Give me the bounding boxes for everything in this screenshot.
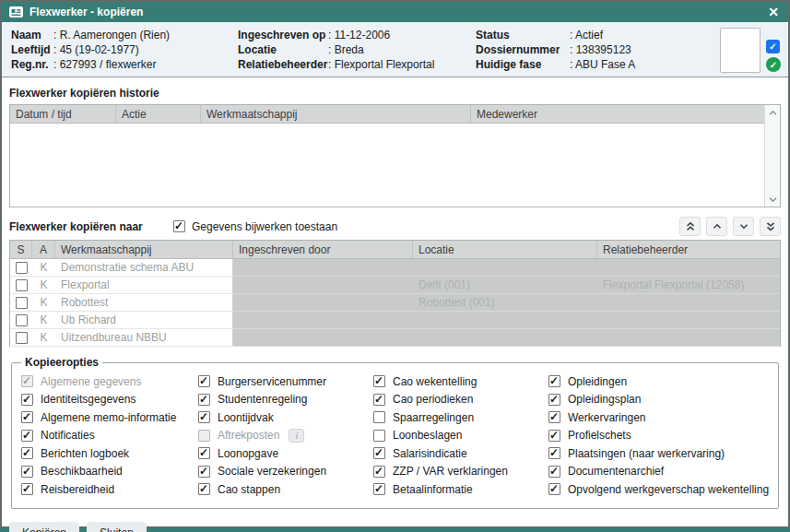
close-icon[interactable]: ✕ (766, 6, 781, 18)
naam-label: Naam (11, 28, 53, 42)
optie-checkbox[interactable] (198, 411, 210, 423)
row-ingeschreven-door (233, 259, 413, 277)
titlebar: Flexwerker - kopiëren ✕ (2, 2, 788, 22)
table-row: K Flexportal Delft (001) Flexportal Flex… (10, 277, 780, 294)
optie-zzp-var-verklaringen[interactable]: ZZP / VAR verklaringen (373, 463, 548, 481)
optie-documentenarchief[interactable]: Documentenarchief (548, 463, 769, 481)
row-ingeschreven-door (233, 312, 413, 329)
optie-checkbox[interactable] (21, 430, 33, 442)
optie-checkbox[interactable] (198, 466, 210, 478)
optie-notificaties[interactable]: Notificaties (21, 427, 198, 445)
leeftijd-value: : 45 (19-02-1977) (53, 42, 139, 57)
naar-table: S A Werkmaatschappij Ingeschreven door L… (9, 240, 781, 347)
optie-loontijdvak[interactable]: Loontijdvak (198, 408, 373, 427)
optie-checkbox[interactable] (21, 411, 33, 423)
optie-opleidingsplan[interactable]: Opleidingsplan (548, 391, 769, 409)
optie-checkbox[interactable] (373, 411, 385, 423)
move-down-button[interactable] (733, 217, 754, 236)
historie-col-medewerker[interactable]: Medewerker (471, 105, 764, 123)
kopieren-button[interactable]: Kopiëren (9, 522, 79, 532)
row-select-checkbox[interactable] (16, 279, 28, 291)
status-label: Status (476, 28, 570, 42)
naar-col-relatiebeheerder[interactable]: Relatiebeheerder (597, 241, 780, 258)
optie-checkbox[interactable] (21, 483, 33, 495)
naar-col-ingeschreven-door[interactable]: Ingeschreven door (233, 241, 413, 258)
optie-checkbox[interactable] (548, 447, 560, 459)
row-werkmaatschappij: Demonstratie schema ABU (55, 259, 233, 277)
historie-col-werkmaatschappij[interactable]: Werkmaatschappij (201, 105, 471, 123)
ingeschreven-op-value: : 11-12-2006 (328, 28, 390, 42)
optie-checkbox[interactable] (548, 466, 560, 478)
optie-betaalinformatie[interactable]: Betaalinformatie (373, 480, 548, 499)
row-a-flag: K (32, 277, 55, 294)
scroll-up-icon[interactable] (765, 105, 780, 120)
optie-loonbeslagen[interactable]: Loonbeslagen (373, 427, 548, 445)
optie-opleidingen[interactable]: Opleidingen (548, 372, 769, 391)
naar-col-locatie[interactable]: Locatie (413, 241, 597, 258)
optie-checkbox[interactable] (373, 483, 385, 495)
optie-checkbox[interactable] (21, 447, 33, 459)
optie-cao-stappen[interactable]: Cao stappen (198, 480, 373, 499)
move-up-button[interactable] (706, 217, 727, 236)
optie-identiteitsgegevens[interactable]: Identiteitsgegevens (21, 391, 198, 409)
row-select-checkbox[interactable] (16, 297, 28, 309)
row-select-checkbox[interactable] (16, 262, 28, 274)
naar-table-header: S A Werkmaatschappij Ingeschreven door L… (10, 241, 780, 259)
optie-burgerservicenummer[interactable]: Burgerservicenummer (198, 372, 373, 391)
optie-plaatsingen-naar-werkervaring[interactable]: Plaatsingen (naar werkervaring) (548, 444, 769, 463)
optie-checkbox[interactable] (373, 375, 385, 387)
naar-section-title: Flexwerker kopiëren naar (9, 220, 173, 233)
optie-checkbox[interactable] (21, 466, 33, 478)
optie-cao-wekentelling[interactable]: Cao wekentelling (373, 372, 548, 391)
optie-checkbox[interactable] (198, 375, 210, 387)
status-flags: ✓ ✓ (766, 27, 781, 73)
gegevens-bijwerken-option[interactable]: Gegevens bijwerken toestaan (173, 220, 337, 233)
optie-salarisindicatie[interactable]: Salarisindicatie (373, 444, 548, 463)
optie-checkbox[interactable] (548, 430, 560, 442)
optie-checkbox[interactable] (198, 447, 210, 459)
optie-checkbox[interactable] (21, 394, 33, 406)
optie-beschikbaarheid[interactable]: Beschikbaarheid (21, 463, 198, 481)
blue-checkbox-flag[interactable]: ✓ (766, 40, 780, 53)
optie-cao-periodieken[interactable]: Cao periodieken (373, 391, 548, 409)
optie-sociale-verzekeringen[interactable]: Sociale verzekeringen (198, 463, 373, 481)
info-icon[interactable]: i (289, 429, 304, 443)
row-select-checkbox[interactable] (16, 332, 28, 344)
kopieeropties-legend: Kopieeropties (21, 356, 102, 369)
gegevens-bijwerken-checkbox[interactable] (173, 220, 185, 232)
optie-checkbox[interactable] (548, 411, 560, 423)
optie-berichten-logboek[interactable]: Berichten logboek (21, 444, 198, 463)
optie-loonopgave[interactable]: Loonopgave (198, 444, 373, 463)
optie-checkbox[interactable] (198, 483, 210, 495)
optie-checkbox[interactable] (373, 430, 385, 442)
optie-spaarregelingen[interactable]: Spaarregelingen (373, 408, 548, 427)
historie-col-datum-tijd[interactable]: Datum / tijd (10, 105, 116, 123)
opties-column-2: Burgerservicenummer Studentenregeling Lo… (198, 372, 373, 499)
row-select-checkbox[interactable] (16, 314, 28, 326)
historie-scrollbar[interactable] (764, 105, 780, 207)
sluiten-button[interactable]: Sluiten (87, 522, 147, 532)
optie-checkbox[interactable] (548, 483, 560, 495)
green-check-status-icon: ✓ (766, 57, 781, 72)
optie-checkbox[interactable] (548, 375, 560, 387)
optie-opvolgend-werkgeverschap-wekentelling[interactable]: Opvolgend werkgeverschap wekentelling (548, 480, 769, 499)
optie-algemene-memo-informatie[interactable]: Algemene memo-informatie (21, 408, 198, 427)
optie-checkbox[interactable] (548, 394, 560, 406)
naar-col-a[interactable]: A (32, 241, 55, 258)
optie-checkbox[interactable] (373, 394, 385, 406)
optie-studentenregeling[interactable]: Studentenregeling (198, 391, 373, 409)
optie-checkbox[interactable] (373, 466, 385, 478)
historie-col-actie[interactable]: Actie (116, 105, 201, 123)
naar-col-s[interactable]: S (10, 241, 32, 258)
move-top-button[interactable] (679, 217, 701, 236)
optie-profielschets[interactable]: Profielschets (548, 427, 769, 445)
naar-col-werkmaatschappij[interactable]: Werkmaatschappij (55, 241, 233, 258)
ingeschreven-op-label: Ingeschreven op (238, 28, 328, 42)
scroll-down-icon[interactable] (765, 192, 780, 207)
optie-checkbox[interactable] (373, 447, 385, 459)
optie-checkbox[interactable] (198, 394, 210, 406)
optie-werkervaringen[interactable]: Werkervaringen (548, 408, 769, 427)
opties-column-4: Opleidingen Opleidingsplan Werkervaringe… (548, 372, 769, 499)
optie-reisbereidheid[interactable]: Reisbereidheid (21, 480, 198, 499)
move-bottom-button[interactable] (760, 217, 781, 236)
